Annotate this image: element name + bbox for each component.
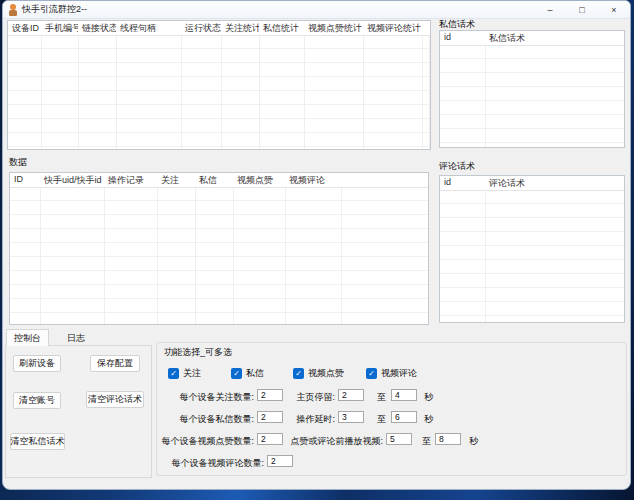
checkbox-private-msg[interactable]: ✓ 私信	[231, 367, 264, 380]
column-header-blank	[341, 173, 428, 187]
homepage-stay-label: 主页停留:	[273, 391, 335, 404]
column-header-pm-id[interactable]: id	[440, 31, 485, 45]
homepage-stay-to-input[interactable]	[391, 389, 417, 401]
column-header-uid[interactable]: 快手uid/快手id	[40, 173, 104, 187]
play-video-from-input[interactable]	[386, 433, 412, 445]
device-table-rows[interactable]	[8, 35, 430, 149]
checkbox-checked-icon[interactable]: ✓	[366, 368, 377, 379]
private-msg-table-rows[interactable]	[440, 45, 624, 147]
play-video-unit: 秒	[469, 435, 478, 448]
minimize-icon[interactable]: –	[534, 1, 566, 18]
column-header-pm[interactable]: 私信	[195, 173, 233, 187]
checkbox-checked-icon[interactable]: ✓	[231, 368, 242, 379]
tab-console[interactable]: 控制台	[6, 329, 49, 346]
close-icon[interactable]: ×	[598, 1, 630, 18]
play-video-to-separator: 至	[422, 435, 431, 448]
checkbox-video-comment[interactable]: ✓ 视频评论	[366, 367, 417, 380]
column-header-follow[interactable]: 关注	[157, 173, 195, 187]
function-select-group	[156, 342, 627, 476]
operation-delay-to-input[interactable]	[391, 411, 417, 423]
video-comment-count-label: 每个设备视频评论数量:	[153, 457, 264, 470]
data-table-header: ID 快手uid/快手id 操作记录 关注 私信 视频点赞 视频评论	[10, 173, 428, 188]
column-header-pm-script[interactable]: 私信话术	[485, 31, 624, 45]
column-header-id[interactable]: ID	[10, 173, 40, 187]
private-msg-table[interactable]: id 私信话术	[439, 30, 625, 148]
app-icon	[9, 4, 17, 16]
operation-delay-from-input[interactable]	[338, 411, 364, 423]
comment-table[interactable]: id 评论话术	[439, 175, 625, 323]
column-header-video-like[interactable]: 视频点赞	[233, 173, 285, 187]
column-header-device-id[interactable]: 设备ID	[8, 21, 41, 35]
operation-delay-to-separator: 至	[377, 413, 386, 426]
app-window: 快手引流群控2-- – □ × 设备ID 手机编号 链接状态 线程句柄 运行状态…	[2, 0, 631, 490]
checkbox-private-msg-label: 私信	[246, 367, 264, 380]
comment-panel-title: 评论话术	[439, 160, 475, 173]
column-header-pm-stats[interactable]: 私信统计	[259, 21, 304, 35]
checkbox-follow[interactable]: ✓ 关注	[168, 367, 201, 380]
column-header-thread-handle[interactable]: 线程句柄	[116, 21, 181, 35]
comment-table-rows[interactable]	[440, 190, 624, 322]
column-header-follow-stats[interactable]: 关注统计	[221, 21, 259, 35]
clear-comment-scripts-button[interactable]: 清空评论话术	[86, 391, 144, 408]
column-header-like-stats[interactable]: 视频点赞统计	[304, 21, 363, 35]
operation-delay-label: 操作延时:	[273, 413, 335, 426]
checkbox-checked-icon[interactable]: ✓	[168, 368, 179, 379]
checkbox-checked-icon[interactable]: ✓	[293, 368, 304, 379]
checkbox-video-comment-label: 视频评论	[381, 367, 417, 380]
device-table[interactable]: 设备ID 手机编号 链接状态 线程句柄 运行状态 关注统计 私信统计 视频点赞统…	[7, 20, 431, 150]
play-before-like-comment-label: 点赞或评论前播放视频:	[253, 435, 383, 448]
column-header-run-status[interactable]: 运行状态	[181, 21, 221, 35]
column-header-link-status[interactable]: 链接状态	[78, 21, 116, 35]
data-table[interactable]: ID 快手uid/快手id 操作记录 关注 私信 视频点赞 视频评论	[9, 172, 429, 325]
data-panel-title: 数据	[9, 156, 27, 169]
window-title: 快手引流群控2--	[22, 3, 87, 16]
column-header-video-comment[interactable]: 视频评论	[285, 173, 341, 187]
maximize-icon[interactable]: □	[566, 1, 598, 18]
title-bar[interactable]: 快手引流群控2-- – □ ×	[3, 1, 630, 19]
function-select-group-title: 功能选择_可多选	[162, 346, 234, 359]
window-controls: – □ ×	[534, 1, 630, 18]
checkbox-video-like-label: 视频点赞	[308, 367, 344, 380]
comment-table-header: id 评论话术	[440, 176, 624, 191]
clear-account-button[interactable]: 清空账号	[13, 392, 61, 409]
save-config-button[interactable]: 保存配置	[90, 355, 140, 372]
checkbox-follow-label: 关注	[183, 367, 201, 380]
follow-count-label: 每个设备关注数量:	[153, 391, 254, 404]
device-table-header: 设备ID 手机编号 链接状态 线程句柄 运行状态 关注统计 私信统计 视频点赞统…	[8, 21, 430, 36]
play-video-to-input[interactable]	[435, 433, 461, 445]
clear-private-scripts-button[interactable]: 清空私信话术	[10, 433, 65, 450]
homepage-stay-unit: 秒	[424, 391, 433, 404]
column-header-op-record[interactable]: 操作记录	[104, 173, 157, 187]
video-comment-count-input[interactable]	[267, 455, 293, 467]
private-msg-table-header: id 私信话术	[440, 31, 624, 46]
refresh-device-button[interactable]: 刷新设备	[13, 355, 61, 372]
column-header-comment-stats[interactable]: 视频评论统计	[363, 21, 430, 35]
homepage-stay-to-separator: 至	[377, 391, 386, 404]
desktop-background: 快手引流群控2-- – □ × 设备ID 手机编号 链接状态 线程句柄 运行状态…	[0, 0, 634, 500]
column-header-cm-id[interactable]: id	[440, 176, 485, 190]
homepage-stay-from-input[interactable]	[338, 389, 364, 401]
checkbox-video-like[interactable]: ✓ 视频点赞	[293, 367, 344, 380]
video-like-count-label: 每个设备视频点赞数量:	[153, 435, 254, 448]
column-header-phone-no[interactable]: 手机编号	[41, 21, 78, 35]
private-msg-count-label: 每个设备私信数量:	[153, 413, 254, 426]
column-header-cm-script[interactable]: 评论话术	[485, 176, 624, 190]
operation-delay-unit: 秒	[424, 413, 433, 426]
data-table-rows[interactable]	[10, 187, 428, 324]
